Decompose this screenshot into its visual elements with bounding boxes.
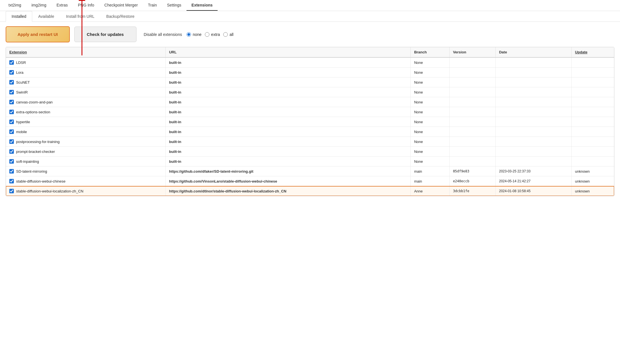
ext-name-cell: SD-latent-mirroring	[6, 166, 166, 176]
ext-checkbox[interactable]	[9, 179, 14, 183]
ext-checkbox[interactable]	[9, 189, 14, 193]
col-update[interactable]: Update	[571, 47, 614, 57]
ext-name-label: Lora	[16, 70, 23, 75]
sub-nav-item-available[interactable]: Available	[32, 11, 60, 22]
ext-version-cell: e240eccb	[449, 176, 495, 186]
ext-url-cell: built-in	[166, 97, 411, 107]
ext-branch-cell: None	[411, 57, 449, 68]
extensions-table: Extension URL Branch Version Date Update…	[6, 47, 614, 196]
apply-restart-button[interactable]: Apply and restart UI	[6, 26, 70, 42]
ext-version-cell	[449, 87, 495, 97]
ext-checkbox[interactable]	[9, 139, 14, 144]
sub-nav-item-install-from-url[interactable]: Install from URL	[60, 11, 100, 22]
ext-date-cell	[495, 137, 571, 147]
table-row: prompt-bracket-checkerbuilt-inNone	[6, 147, 614, 157]
ext-update-cell	[571, 137, 614, 147]
sub-nav-item-backup/restore[interactable]: Backup/Restore	[100, 11, 140, 22]
ext-date-cell	[495, 117, 571, 127]
table-row: soft-inpaintingbuilt-inNone	[6, 157, 614, 166]
ext-url-cell: built-in	[166, 87, 411, 97]
ext-name-cell: mobile	[6, 127, 166, 137]
ext-date-cell	[495, 127, 571, 137]
ext-version-cell	[449, 137, 495, 147]
ext-date-cell: 2024-05-14 21:42:27	[495, 176, 571, 186]
ext-version-cell	[449, 97, 495, 107]
ext-checkbox[interactable]	[9, 90, 14, 94]
ext-version-cell	[449, 117, 495, 127]
ext-date-cell	[495, 87, 571, 97]
ext-name-label: stable-diffusion-webui-chinese	[16, 179, 66, 183]
ext-version-cell: 05df9e83	[449, 166, 495, 176]
ext-branch-cell: None	[411, 107, 449, 117]
ext-url-cell: https://github.com/VinsonLaro/stable-dif…	[166, 176, 411, 186]
ext-checkbox[interactable]	[9, 169, 14, 174]
ext-checkbox[interactable]	[9, 159, 14, 164]
ext-url-cell: built-in	[166, 147, 411, 157]
ext-branch-cell: Anne	[411, 186, 449, 196]
col-date: Date	[495, 47, 571, 57]
radio-none[interactable]: none	[187, 32, 201, 37]
top-nav-item-txt2img[interactable]: txt2img	[3, 0, 26, 11]
ext-version-cell	[449, 57, 495, 68]
ext-name-cell: soft-inpainting	[6, 157, 166, 166]
ext-checkbox[interactable]	[9, 110, 14, 114]
ext-branch-cell: None	[411, 117, 449, 127]
top-nav-item-extras[interactable]: Extras	[51, 0, 73, 11]
ext-update-cell: unknown	[571, 176, 614, 186]
table-row: SD-latent-mirroringhttps://github.com/df…	[6, 166, 614, 176]
ext-checkbox[interactable]	[9, 70, 14, 75]
ext-name-label: ScuNET	[16, 80, 30, 84]
table-row: hypertilebuilt-inNone	[6, 117, 614, 127]
top-nav: txt2imgimg2imgExtrasPNG InfoCheckpoint M…	[0, 0, 620, 11]
col-branch: Branch	[411, 47, 449, 57]
table-row: SwinIRbuilt-inNone	[6, 87, 614, 97]
ext-update-cell	[571, 77, 614, 87]
toolbar: Apply and restart UI Check for updates D…	[0, 22, 620, 47]
ext-name-cell: postprocessing-for-training	[6, 137, 166, 147]
table-row: Lorabuilt-inNone	[6, 68, 614, 77]
top-nav-item-img2img[interactable]: img2img	[26, 0, 51, 11]
ext-update-cell	[571, 87, 614, 97]
ext-checkbox[interactable]	[9, 60, 14, 65]
ext-date-cell: 2023-03-25 22:37:33	[495, 166, 571, 176]
sub-nav-item-installed[interactable]: Installed	[6, 11, 32, 22]
ext-date-cell	[495, 147, 571, 157]
radio-none-label: none	[193, 32, 201, 37]
ext-update-cell: unknown	[571, 186, 614, 196]
ext-name-label: extra-options-section	[16, 110, 50, 114]
ext-url-cell: built-in	[166, 68, 411, 77]
ext-checkbox[interactable]	[9, 120, 14, 124]
check-updates-button[interactable]: Check for updates	[74, 27, 136, 42]
ext-checkbox[interactable]	[9, 149, 14, 154]
top-nav-item-checkpoint-merger[interactable]: Checkpoint Merger	[99, 0, 143, 11]
top-nav-item-extensions[interactable]: Extensions	[187, 0, 218, 11]
ext-checkbox[interactable]	[9, 80, 14, 84]
col-extension[interactable]: Extension	[6, 47, 166, 57]
ext-branch-cell: main	[411, 176, 449, 186]
ext-version-cell	[449, 147, 495, 157]
table-row: mobilebuilt-inNone	[6, 127, 614, 137]
ext-name-cell: stable-diffusion-webui-localization-zh_C…	[6, 186, 166, 196]
ext-update-cell	[571, 68, 614, 77]
radio-extra[interactable]: extra	[205, 32, 220, 37]
top-nav-item-settings[interactable]: Settings	[162, 0, 187, 11]
ext-checkbox[interactable]	[9, 100, 14, 104]
top-nav-item-png-info[interactable]: PNG Info	[73, 0, 99, 11]
ext-branch-cell: None	[411, 87, 449, 97]
ext-branch-cell: None	[411, 97, 449, 107]
ext-date-cell	[495, 57, 571, 68]
top-nav-item-train[interactable]: Train	[143, 0, 162, 11]
ext-update-cell	[571, 107, 614, 117]
radio-all[interactable]: all	[223, 32, 233, 37]
ext-url-cell: built-in	[166, 107, 411, 117]
ext-name-label: hypertile	[16, 120, 30, 124]
ext-name-label: mobile	[16, 130, 27, 134]
ext-branch-cell: None	[411, 68, 449, 77]
ext-branch-cell: None	[411, 77, 449, 87]
ext-url-cell: built-in	[166, 117, 411, 127]
ext-checkbox[interactable]	[9, 129, 14, 134]
table-row: ScuNETbuilt-inNone	[6, 77, 614, 87]
ext-url-cell: https://github.com/dtlnor/stable-diffusi…	[166, 186, 411, 196]
ext-update-cell	[571, 127, 614, 137]
ext-update-cell	[571, 147, 614, 157]
